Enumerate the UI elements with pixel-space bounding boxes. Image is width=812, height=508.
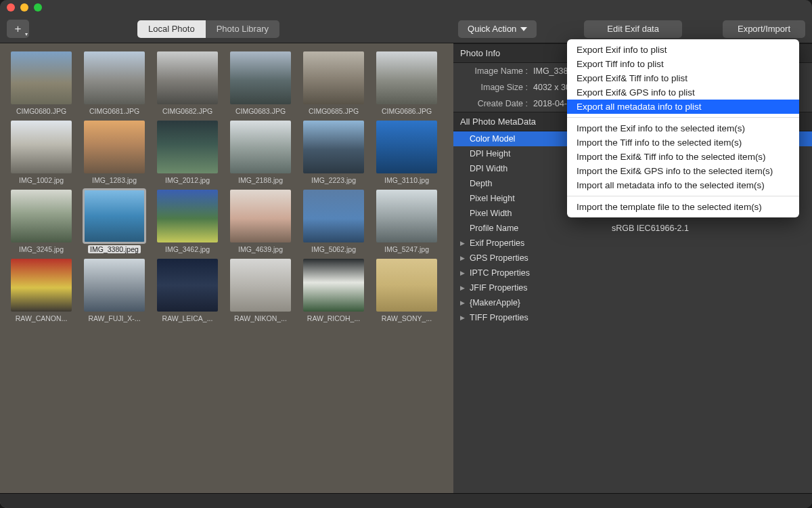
thumbnail[interactable]: IMG_3245.jpg	[8, 190, 74, 253]
add-button[interactable]: +	[7, 20, 29, 38]
thumbnail[interactable]: IMG_5062.jpg	[300, 190, 367, 253]
edit-exif-button[interactable]: Edit Exif data	[584, 20, 682, 38]
thumbnail[interactable]: CIMG0685.JPG	[300, 51, 367, 115]
thumbnail-image	[376, 51, 437, 104]
thumbnail-image	[157, 259, 218, 312]
thumbnail[interactable]: RAW_LEICA_...	[154, 259, 221, 322]
thumbnail-caption: CIMG0686.JPG	[382, 107, 432, 115]
export-import-dropdown: Export Exif info to plistExport Tiff inf…	[567, 39, 799, 217]
dropdown-item[interactable]: Export Exif info to plist	[567, 43, 799, 57]
metadata-key: JFIF Properties	[470, 283, 612, 293]
thumbnail[interactable]: IMG_5247.jpg	[374, 190, 440, 253]
export-import-button[interactable]: Export/Import	[723, 20, 805, 38]
thumbnail[interactable]: IMG_3110.jpg	[374, 121, 440, 184]
dropdown-item[interactable]: Import the Tiff info to the selected ite…	[567, 135, 799, 150]
plus-icon: +	[15, 22, 22, 36]
titlebar	[0, 0, 812, 15]
dropdown-item[interactable]: Export all metadata info to plist	[567, 100, 799, 114]
info-key: Image Name :	[460, 66, 528, 76]
dropdown-item[interactable]: Import the template file to the selected…	[567, 200, 799, 214]
thumbnail-caption: IMG_2223.jpg	[311, 176, 356, 184]
metadata-row[interactable]: Profile NamesRGB IEC61966-2.1	[453, 221, 812, 236]
minimize-icon[interactable]	[20, 3, 28, 12]
dropdown-item[interactable]: Import the Exif info to the selected ite…	[567, 121, 799, 135]
thumbnail-image	[303, 259, 364, 312]
metadata-key: {MakerApple}	[470, 298, 612, 308]
thumbnail[interactable]: CIMG0680.JPG	[8, 51, 74, 115]
thumbnail[interactable]: RAW_NIKON_...	[227, 259, 294, 322]
thumbnail[interactable]: IMG_2012.jpg	[154, 121, 221, 184]
thumbnail-image	[84, 121, 145, 173]
thumbnail[interactable]: RAW_SONY_...	[374, 259, 440, 322]
thumbnail[interactable]: IMG_1283.jpg	[81, 121, 148, 184]
metadata-key: GPS Properties	[470, 253, 612, 263]
metadata-value: sRGB IEC61966-2.1	[612, 224, 689, 233]
thumbnail-image	[230, 121, 291, 173]
metadata-row[interactable]: ▶GPS Properties	[453, 251, 812, 266]
thumbnail[interactable]: CIMG0686.JPG	[374, 51, 440, 115]
app-window: + Local PhotoPhoto Library Quick Action …	[0, 0, 812, 508]
close-icon[interactable]	[7, 3, 15, 12]
thumbnail-caption: IMG_3110.jpg	[384, 176, 429, 184]
thumbnail-image	[303, 121, 364, 173]
thumbnail-caption: RAW_CANON...	[16, 314, 68, 322]
thumbnail-caption: CIMG0683.JPG	[235, 107, 286, 115]
thumbnail[interactable]: CIMG0683.JPG	[227, 51, 294, 115]
dropdown-item[interactable]: Import all metadata info to the selected…	[567, 178, 799, 192]
thumbnail-caption: RAW_NIKON_...	[234, 314, 287, 322]
thumbnail-image	[157, 121, 218, 173]
info-key: Create Date :	[460, 99, 528, 108]
disclosure-triangle-icon: ▶	[460, 270, 470, 276]
thumbnail-caption: RAW_LEICA_...	[162, 314, 213, 322]
metadata-row[interactable]: ▶IPTC Properties	[453, 266, 812, 280]
thumbnail-caption: IMG_1283.jpg	[92, 176, 137, 184]
thumbnail[interactable]: IMG_3462.jpg	[154, 190, 221, 253]
thumbnail-caption: IMG_4639.jpg	[238, 245, 283, 253]
thumbnail[interactable]: RAW_FUJI_X-...	[81, 259, 148, 322]
tab-local-photo[interactable]: Local Photo	[137, 20, 206, 38]
thumbnail-caption: CIMG0680.JPG	[16, 107, 66, 115]
thumbnail-image	[11, 121, 72, 173]
thumbnail[interactable]: CIMG0681.JPG	[81, 51, 148, 115]
thumbnail[interactable]: IMG_4639.jpg	[227, 190, 294, 253]
metadata-row[interactable]: ▶TIFF Properties	[453, 310, 812, 325]
metadata-row[interactable]: ▶Exif Properties	[453, 236, 812, 251]
metadata-row[interactable]: ▶{MakerApple}	[453, 295, 812, 310]
dropdown-separator	[567, 117, 799, 118]
dropdown-item[interactable]: Export Tiff info to plist	[567, 57, 799, 71]
dropdown-item[interactable]: Import the Exif& Tiff info to the select…	[567, 150, 799, 164]
disclosure-triangle-icon: ▶	[460, 255, 470, 261]
thumbnail[interactable]: CIMG0682.JPG	[154, 51, 221, 115]
disclosure-triangle-icon: ▶	[460, 240, 470, 247]
thumbnail[interactable]: IMG_2188.jpg	[227, 121, 294, 184]
info-key: Image Size :	[460, 83, 528, 92]
quick-action-label: Quick Action	[468, 24, 516, 34]
thumbnail[interactable]: RAW_RICOH_...	[300, 259, 367, 322]
thumbnail-caption: IMG_3380.jpeg	[88, 245, 141, 253]
thumbnail-caption: IMG_2188.jpg	[238, 176, 283, 184]
thumbnail[interactable]: IMG_2223.jpg	[300, 121, 367, 184]
tab-photo-library[interactable]: Photo Library	[206, 20, 279, 38]
thumbnail-image	[376, 190, 437, 242]
thumbnail-caption: RAW_RICOH_...	[307, 314, 360, 322]
dropdown-item[interactable]: Import the Exif& GPS info to the selecte…	[567, 164, 799, 178]
disclosure-triangle-icon: ▶	[460, 284, 470, 291]
metadata-key: IPTC Properties	[470, 268, 612, 278]
maximize-icon[interactable]	[34, 3, 42, 12]
disclosure-triangle-icon: ▶	[460, 299, 470, 306]
thumbnail-image	[84, 51, 145, 104]
metadata-row[interactable]: ▶JFIF Properties	[453, 280, 812, 295]
dropdown-item[interactable]: Export Exif& GPS info to plist	[567, 85, 799, 100]
thumbnail[interactable]: RAW_CANON...	[8, 259, 74, 322]
thumbnail-image	[11, 190, 72, 242]
thumbnail-image	[84, 259, 145, 312]
thumbnail-image	[376, 121, 437, 173]
photo-gallery[interactable]: CIMG0680.JPGCIMG0681.JPGCIMG0682.JPGCIMG…	[0, 43, 453, 508]
thumbnail[interactable]: IMG_1002.jpg	[8, 121, 74, 184]
dropdown-item[interactable]: Export Exif& Tiff info to plist	[567, 71, 799, 85]
quick-action-button[interactable]: Quick Action	[458, 20, 537, 38]
thumbnail-caption: RAW_SONY_...	[382, 314, 432, 322]
thumbnail[interactable]: IMG_3380.jpeg	[81, 190, 148, 253]
thumbnail-image	[157, 190, 218, 242]
disclosure-triangle-icon: ▶	[460, 314, 470, 321]
